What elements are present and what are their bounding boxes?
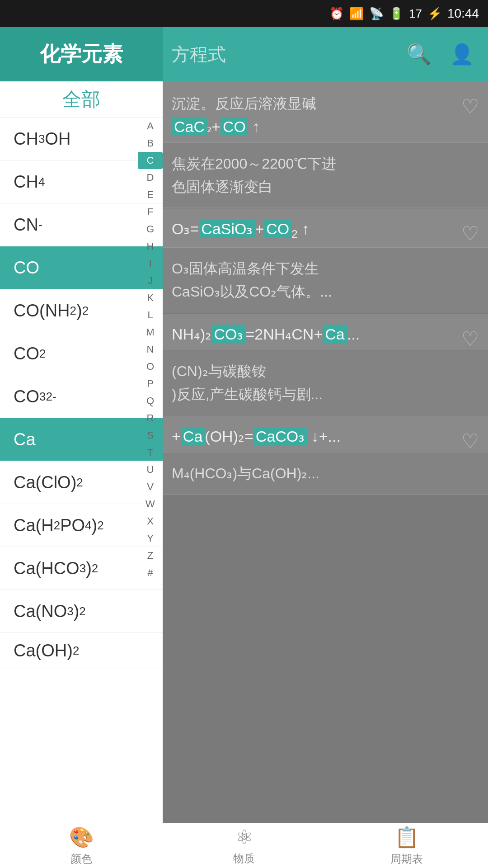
alpha-I[interactable]: I (138, 255, 163, 272)
alpha-W[interactable]: W (138, 495, 163, 513)
header-left: 化学元素 (0, 27, 163, 81)
alpha-T[interactable]: T (138, 444, 163, 461)
favorite-icon-1[interactable]: ♡ (461, 95, 479, 118)
color-label: 颜色 (70, 852, 92, 866)
status-bar: ⏰ 📶 📡 🔋 17 ⚡ 10:44 (0, 0, 488, 27)
alpha-A[interactable]: A (138, 118, 163, 135)
result-item-1[interactable]: 沉淀。反应后溶液显碱 CaC₂+CO ↑ ♡ (163, 81, 488, 143)
header: 化学元素 方程式 🔍 👤 (0, 27, 488, 81)
alpha-R[interactable]: R (138, 410, 163, 427)
nav-item-periodic[interactable]: 📋 周期表 (325, 823, 488, 868)
alpha-N[interactable]: N (138, 341, 163, 358)
color-icon: 🎨 (69, 826, 94, 849)
favorite-icon-7[interactable]: ♡ (461, 429, 479, 453)
header-right: 方程式 🔍 👤 (163, 27, 488, 81)
alpha-E[interactable]: E (138, 186, 163, 203)
periodic-icon: 📋 (394, 826, 419, 849)
alpha-C[interactable]: C (138, 152, 163, 169)
search-icon[interactable]: 🔍 (407, 42, 432, 66)
battery-icon: 🔋 (389, 7, 404, 21)
result-item-2[interactable]: 焦炭在2000～2200℃下进色固体逐渐变白 (163, 143, 488, 208)
app-title: 化学元素 (40, 40, 123, 68)
favorite-icon-3[interactable]: ♡ (461, 222, 479, 245)
result-item-8[interactable]: M₄(HCO₃)与Ca(OH)₂... (163, 453, 488, 495)
alpha-G[interactable]: G (138, 221, 163, 238)
main-area: 全部 CH3OH CH4 CN- CO CO(NH2)2 CO2 CO32- C… (0, 81, 488, 823)
result-item-5[interactable]: NH₄)₂CO₃=2NH₄CN+Ca... ♡ (163, 314, 488, 350)
profile-icon[interactable]: 👤 (450, 42, 474, 66)
nav-item-matter[interactable]: ⚛ 物质 (163, 823, 325, 868)
all-label: 全部 (62, 87, 100, 112)
bottom-nav: 🎨 颜色 ⚛ 物质 📋 周期表 (0, 823, 488, 868)
right-content: 沉淀。反应后溶液显碱 CaC₂+CO ↑ ♡ 焦炭在2000～2200℃下进色固… (163, 81, 488, 823)
signal-icon: 📡 (369, 7, 384, 21)
alpha-Y[interactable]: Y (138, 530, 163, 547)
alpha-Z[interactable]: Z (138, 547, 163, 564)
alpha-S[interactable]: S (138, 427, 163, 444)
result-item-4[interactable]: O₃固体高温条件下发生CaSiO₃以及CO₂气体。... (163, 248, 488, 313)
charging-icon: ⚡ (427, 7, 442, 21)
alpha-U[interactable]: U (138, 461, 163, 478)
time-display: 10:44 (447, 6, 479, 21)
battery-level: 17 (409, 7, 422, 21)
wifi-icon: 📶 (349, 7, 364, 21)
periodic-label: 周期表 (390, 852, 423, 866)
alpha-V[interactable]: V (138, 478, 163, 495)
nav-title: 方程式 (172, 42, 226, 67)
alpha-K[interactable]: K (138, 289, 163, 307)
alpha-J[interactable]: J (138, 272, 163, 289)
nav-item-color[interactable]: 🎨 颜色 (0, 823, 163, 868)
result-item-7[interactable]: +Ca(OH)₂=CaCO₃ ↓+... ♡ (163, 416, 488, 453)
alpha-hash[interactable]: # (138, 564, 163, 581)
matter-label: 物质 (233, 851, 255, 866)
alpha-B[interactable]: B (138, 135, 163, 152)
alpha-Q[interactable]: Q (138, 392, 163, 410)
alphabet-index: A B C D E F G H I J K L M N O P Q R S T … (138, 81, 163, 823)
favorite-icon-5[interactable]: ♡ (461, 327, 479, 350)
header-icons: 🔍 👤 (407, 42, 488, 66)
sidebar: 全部 CH3OH CH4 CN- CO CO(NH2)2 CO2 CO32- C… (0, 81, 163, 823)
alpha-H[interactable]: H (138, 238, 163, 255)
alpha-P[interactable]: P (138, 375, 163, 392)
alpha-L[interactable]: L (138, 307, 163, 324)
alpha-O[interactable]: O (138, 358, 163, 375)
alpha-F[interactable]: F (138, 203, 163, 221)
alarm-icon: ⏰ (329, 7, 344, 21)
matter-icon: ⚛ (235, 826, 253, 849)
alpha-X[interactable]: X (138, 513, 163, 530)
alpha-M[interactable]: M (138, 324, 163, 341)
result-item-3[interactable]: O₃=CaSiO₃+CO2 ↑ ♡ (163, 208, 488, 248)
alpha-D[interactable]: D (138, 169, 163, 186)
result-item-6[interactable]: (CN)₂与碳酸铵)反应,产生碳酸钙与剧... (163, 351, 488, 415)
